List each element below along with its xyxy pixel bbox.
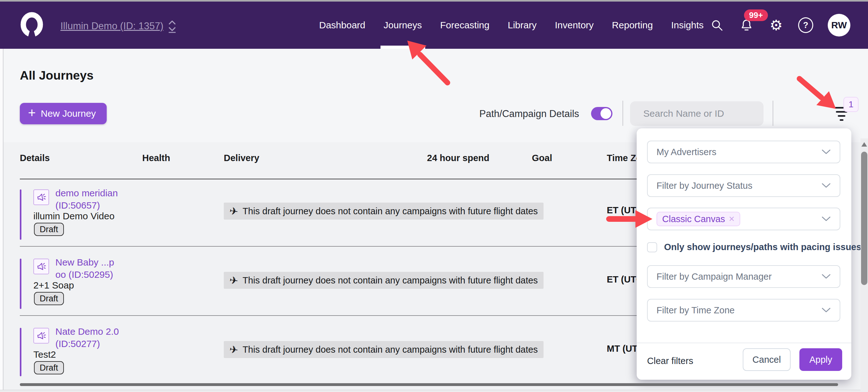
nav-journeys[interactable]: Journeys: [382, 2, 424, 49]
horizontal-scrollbar-thumb[interactable]: [20, 383, 838, 386]
pacing-issues-checkbox[interactable]: [647, 242, 657, 252]
global-search-button[interactable]: [709, 18, 724, 33]
col-details: Details: [20, 153, 50, 163]
new-journey-button[interactable]: + New Journey: [20, 103, 107, 124]
journeys-page: Illumin Demo (ID: 1357) Dashboard Journe…: [0, 0, 868, 392]
settings-button[interactable]: ⚙: [769, 18, 784, 33]
clear-filters-link[interactable]: Clear filters: [647, 356, 693, 366]
filter-panel-footer: Clear filters Cancel Apply: [637, 342, 851, 380]
plus-icon: +: [28, 106, 36, 120]
plane-icon: ✈: [228, 204, 239, 218]
filter-panel: My Advertisers Filter by Journey Status …: [637, 128, 851, 380]
toggle-knob: [600, 108, 611, 119]
col-health: Health: [142, 153, 170, 163]
user-avatar[interactable]: RW: [828, 14, 850, 36]
illumin-logo-svg: [18, 11, 45, 39]
delivery-text: This draft journey does not contain any …: [243, 206, 538, 217]
row-accent-bar: [20, 189, 22, 240]
nav-dashboard[interactable]: Dashboard: [317, 2, 367, 49]
status-badge: Draft: [34, 292, 64, 305]
nav-reporting[interactable]: Reporting: [610, 2, 655, 49]
nav-library[interactable]: Library: [506, 2, 538, 49]
time-zone-dropdown[interactable]: Filter by Time Zone: [647, 299, 840, 322]
plane-icon: ✈: [228, 274, 239, 287]
nav-insights[interactable]: Insights: [669, 2, 705, 49]
time-zone-dropdown-label: Filter by Time Zone: [656, 305, 822, 316]
journey-status-dropdown[interactable]: Filter by Journey Status: [647, 174, 840, 197]
top-nav-bar: Illumin Demo (ID: 1357) Dashboard Journe…: [0, 2, 868, 49]
megaphone-icon: [36, 330, 46, 341]
journey-name-line2: (ID:50657): [55, 200, 100, 210]
journey-name-line2: oo (ID:50295): [55, 269, 113, 280]
scroll-up-arrow-icon[interactable]: [861, 142, 867, 146]
details-toggle[interactable]: [591, 107, 613, 120]
apply-button[interactable]: Apply: [799, 348, 842, 371]
avatar-initials: RW: [831, 20, 846, 31]
notification-count-badge: 99+: [744, 9, 768, 21]
journey-name-link[interactable]: New Baby ...poo (ID:50295): [55, 256, 114, 281]
delivery-message: ✈ This draft journey does not contain an…: [224, 203, 544, 220]
journey-subtitle: Test2: [33, 349, 56, 360]
status-badge: Draft: [34, 223, 64, 236]
cancel-button[interactable]: Cancel: [743, 348, 790, 371]
notifications-button[interactable]: 99+: [739, 18, 754, 33]
nav-inventory[interactable]: Inventory: [553, 2, 595, 49]
toolbar-divider: [622, 101, 623, 126]
journey-name-line2: (ID:50277): [55, 338, 100, 349]
journey-status-dropdown-label: Filter by Journey Status: [656, 181, 822, 191]
toolbar-divider: [773, 101, 773, 126]
col-spend: 24 hour spend: [418, 153, 489, 163]
journey-name-line1: New Baby ...p: [55, 257, 114, 267]
advertiser-switcher[interactable]: Illumin Demo (ID: 1357): [60, 19, 177, 33]
journey-search: [630, 101, 764, 126]
advertisers-dropdown-label: My Advertisers: [656, 147, 822, 157]
journey-type-icon: [33, 259, 49, 274]
journey-name-line1: demo meridian: [55, 188, 118, 198]
journey-type-dropdown[interactable]: Classic Canvas ×: [647, 208, 840, 230]
journey-name-link[interactable]: demo meridian(ID:50657): [55, 187, 118, 211]
journey-type-icon: [33, 328, 49, 344]
journey-subtitle: illumin Demo Video: [33, 211, 115, 222]
chevron-down-icon: [822, 274, 831, 280]
advertiser-switcher-label: Illumin Demo (ID: 1357): [60, 21, 163, 32]
search-icon: [710, 18, 724, 32]
chip-label: Classic Canvas: [662, 214, 725, 224]
question-glyph: ?: [803, 21, 808, 30]
search-input[interactable]: [643, 108, 766, 119]
advertisers-dropdown[interactable]: My Advertisers: [647, 141, 840, 163]
illumin-logo-icon[interactable]: [18, 11, 45, 39]
plane-icon: ✈: [228, 343, 239, 356]
delivery-text: This draft journey does not contain any …: [243, 345, 538, 355]
gear-icon: ⚙: [770, 18, 782, 32]
help-button[interactable]: ?: [798, 18, 813, 33]
chevron-down-icon: [822, 183, 831, 189]
vertical-scrollbar-thumb[interactable]: [861, 152, 867, 285]
journey-name-link[interactable]: Nate Demo 2.0(ID:50277): [55, 325, 119, 350]
col-delivery: Delivery: [224, 153, 259, 163]
col-goal: Goal: [532, 153, 552, 163]
page-title: All Journeys: [20, 69, 93, 83]
campaign-manager-dropdown[interactable]: Filter by Campaign Manager: [647, 265, 840, 288]
status-badge: Draft: [34, 361, 64, 374]
pacing-issues-checkbox-row[interactable]: Only show journeys/paths with pacing iss…: [647, 242, 861, 252]
nav-forecasting[interactable]: Forecasting: [438, 2, 492, 49]
chip-remove-icon[interactable]: ×: [729, 213, 735, 225]
details-toggle-label: Path/Campaign Details: [479, 108, 579, 120]
chevron-down-icon: [822, 216, 831, 222]
chevron-down-icon: [822, 149, 831, 155]
question-icon: ?: [798, 17, 813, 33]
filter-count-badge: 1: [843, 97, 859, 112]
new-journey-label: New Journey: [41, 108, 96, 119]
primary-nav: Dashboard Journeys Forecasting Library I…: [317, 2, 706, 49]
delivery-text: This draft journey does not contain any …: [243, 275, 538, 286]
row-accent-bar: [20, 259, 22, 309]
swap-vertical-icon: [168, 19, 177, 33]
pacing-issues-label: Only show journeys/paths with pacing iss…: [664, 242, 861, 252]
delivery-message: ✈ This draft journey does not contain an…: [224, 341, 544, 358]
journey-type-chip-wrap: Classic Canvas ×: [656, 212, 822, 226]
journey-type-icon: [33, 189, 49, 205]
journey-type-chip[interactable]: Classic Canvas ×: [656, 212, 740, 226]
left-gutter: [0, 49, 3, 392]
journey-name-line1: Nate Demo 2.0: [55, 326, 119, 337]
window-bottom-edge: [0, 390, 861, 392]
